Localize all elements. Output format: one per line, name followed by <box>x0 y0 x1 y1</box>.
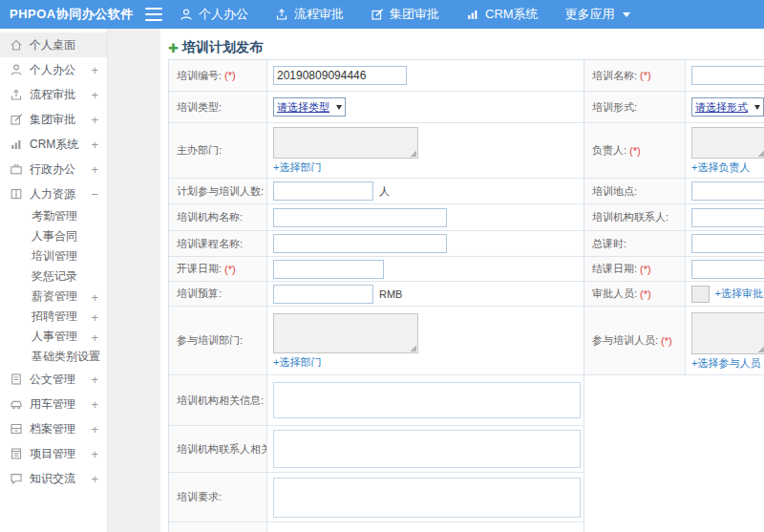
user-icon <box>180 8 193 21</box>
top-navigation: 个人办公 流程审批 集团审批 CRM系统 更多应用 <box>180 6 630 23</box>
expand-icon[interactable]: + <box>91 89 98 101</box>
expand-icon[interactable]: + <box>91 351 98 363</box>
field-label: 培训预算: <box>169 282 267 306</box>
edit-icon <box>10 113 23 126</box>
approver-input[interactable] <box>691 286 710 303</box>
collapse-icon[interactable]: − <box>91 188 98 201</box>
select-leader-link[interactable]: +选择负责人 <box>691 160 750 175</box>
sidebar-subitem-salary-management[interactable]: 薪资管理 + <box>0 287 107 307</box>
expand-icon[interactable]: + <box>91 114 98 126</box>
end-date-input[interactable] <box>691 260 764 279</box>
form-row: 培训机构联系人: <box>584 204 764 231</box>
sidebar-item-knowledge-exchange[interactable]: 知识交流 + <box>0 466 107 491</box>
sidebar-item-administrative-office[interactable]: 行政办公 + <box>0 157 107 181</box>
edit-icon <box>371 8 384 21</box>
expand-icon[interactable]: + <box>91 138 98 151</box>
sidebar-subitem-personnel-management[interactable]: 人事管理 + <box>0 327 107 347</box>
field-label: 总课时: <box>584 231 686 256</box>
training-requirements-textarea[interactable] <box>273 478 581 518</box>
sidebar-subitem-recruitment-management[interactable]: 招聘管理 + <box>0 307 107 327</box>
course-name-input[interactable] <box>273 234 447 253</box>
sidebar-item-human-resources[interactable]: 人力资源 − <box>0 181 107 206</box>
participating-departments-box[interactable] <box>273 313 418 353</box>
upload-icon <box>10 88 23 101</box>
expand-icon[interactable]: + <box>91 163 98 176</box>
form-row: 培训名称:(*) <box>584 60 764 92</box>
notebook-icon <box>10 447 23 460</box>
location-input[interactable] <box>691 181 764 201</box>
topbar: PHPOA协同办公软件 个人办公 流程审批 集团审批 CRM系统 更多应用 <box>0 0 764 29</box>
sidebar-item-vehicle-management[interactable]: 用车管理 + <box>0 392 107 416</box>
expand-icon[interactable]: + <box>91 448 98 460</box>
participants-box[interactable] <box>691 312 764 354</box>
nav-more-apps[interactable]: 更多应用 <box>565 6 630 23</box>
expand-icon[interactable]: + <box>91 64 98 76</box>
nav-crm-system[interactable]: CRM系统 <box>466 6 539 23</box>
field-label: 培训地点: <box>584 179 686 203</box>
sidebar-item-crm-system[interactable]: CRM系统 + <box>0 132 107 157</box>
field-label: 培训机构相关信息: <box>169 375 267 425</box>
sidebar-subitem-base-category-settings[interactable]: 基础类别设置 + <box>0 347 107 367</box>
org-contact-info-textarea[interactable] <box>273 430 581 468</box>
training-id-input[interactable] <box>273 66 407 85</box>
expand-icon[interactable]: + <box>91 310 98 323</box>
sidebar-item-group-approval[interactable]: 集团审批 + <box>0 107 107 132</box>
form-row: 培训形式: 请选择形式 <box>584 92 764 123</box>
archive-icon <box>10 422 23 436</box>
nav-group-approval[interactable]: 集团审批 <box>371 6 439 23</box>
app-logo: PHPOA协同办公软件 <box>0 6 143 23</box>
form-row: 培训要求: <box>169 473 584 522</box>
field-label: 培训名称:(*) <box>584 60 686 91</box>
expand-icon[interactable]: + <box>91 423 98 436</box>
field-label: 培训机构联系人相关信息: <box>169 426 267 472</box>
select-department-link[interactable]: +选择部门 <box>273 160 321 175</box>
nav-personal-office[interactable]: 个人办公 <box>180 6 248 23</box>
training-form-select[interactable]: 请选择形式 <box>691 97 764 117</box>
chart-icon <box>10 138 23 151</box>
select-approver-link[interactable]: +选择审批人员 <box>715 287 764 301</box>
select-participants-link[interactable]: +选择参与人员 <box>691 356 760 371</box>
training-name-input[interactable] <box>691 66 764 85</box>
sidebar-item-document-management[interactable]: 公文管理 + <box>0 367 107 392</box>
training-type-select[interactable]: 请选择类型 <box>273 97 346 117</box>
org-name-input[interactable] <box>273 208 447 227</box>
form-row: 开课日期:(*) <box>169 257 584 282</box>
form-row: 结课日期:(*) <box>584 257 764 282</box>
menu-toggle-icon[interactable] <box>145 8 162 21</box>
sidebar-subitem-rewards-punishments[interactable]: 奖惩记录 <box>0 266 107 287</box>
form-row: 培训地点: <box>584 179 764 204</box>
org-info-textarea[interactable] <box>273 382 581 418</box>
expand-icon[interactable]: + <box>91 398 98 411</box>
expand-icon[interactable]: + <box>91 473 98 485</box>
total-hours-input[interactable] <box>691 234 764 253</box>
expand-icon[interactable]: + <box>91 290 98 303</box>
sidebar-item-workflow-approval[interactable]: 流程审批 + <box>0 82 107 107</box>
select-department-link[interactable]: +选择部门 <box>273 355 321 370</box>
sidebar-item-personal-office[interactable]: 个人办公 + <box>0 57 107 82</box>
host-department-box[interactable] <box>273 127 418 159</box>
content-panel: ✚ 培训计划发布 培训编号:(*) 培训类型: 请选择类型 主办部门: +选择部… <box>160 29 764 532</box>
form-row: 负责人:(*) +选择负责人 <box>584 123 764 179</box>
sidebar-subitem-personnel-contracts[interactable]: 人事合同 <box>0 226 107 246</box>
form-row: 培训课程名称: <box>169 231 584 257</box>
planned-participants-input[interactable] <box>273 181 373 201</box>
expand-icon[interactable]: + <box>91 330 98 343</box>
sidebar-item-personal-desktop[interactable]: 个人桌面 <box>0 32 107 57</box>
leader-box[interactable] <box>691 127 764 159</box>
expand-icon[interactable]: + <box>91 373 98 386</box>
sidebar-subitem-training-management[interactable]: 培训管理 <box>0 246 107 266</box>
field-label: 培训编号:(*) <box>169 60 267 91</box>
field-label: 审批人员:(*) <box>584 282 686 306</box>
field-label: 参与培训部门: <box>169 307 267 374</box>
field-label: 培训类型: <box>169 92 267 122</box>
form-row: 参与培训人员:(*) +选择参与人员 <box>584 307 764 375</box>
nav-workflow-approval[interactable]: 流程审批 <box>275 6 344 23</box>
start-date-input[interactable] <box>273 260 384 279</box>
form-table-right: 培训名称:(*) 培训形式: 请选择形式 负责人:(*) +选择负责人 培训地点… <box>584 59 764 375</box>
sidebar-item-archive-management[interactable]: 档案管理 + <box>0 416 107 441</box>
sidebar-subitem-attendance-management[interactable]: 考勤管理 <box>0 206 107 226</box>
org-contact-input[interactable] <box>691 208 764 227</box>
budget-input[interactable] <box>273 285 373 304</box>
sidebar-item-project-management[interactable]: 项目管理 + <box>0 441 107 466</box>
form-row: 培训机构相关信息: <box>169 375 584 426</box>
